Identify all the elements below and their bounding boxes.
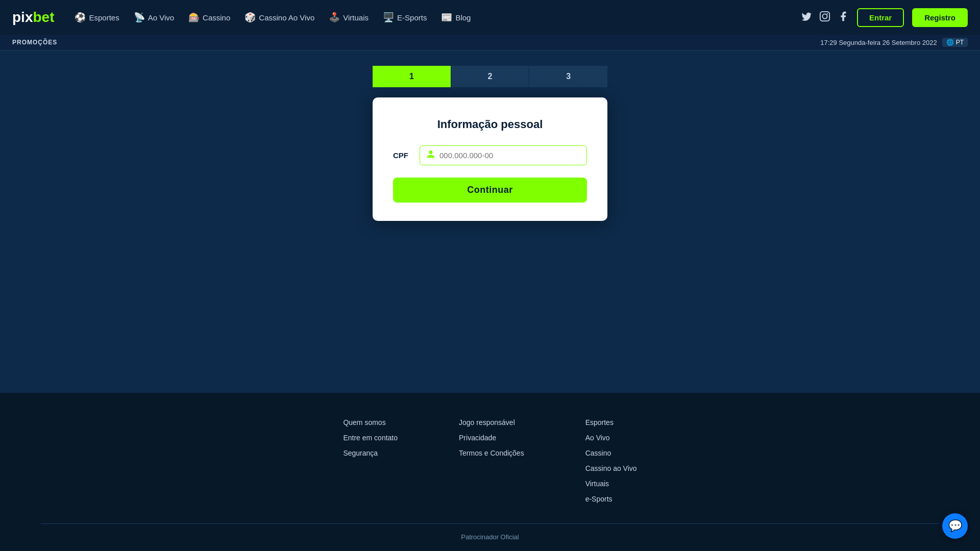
- registration-form-card: Informação pessoal CPF Continuar: [373, 97, 607, 221]
- virtuais-icon: 🕹️: [329, 12, 340, 23]
- cpf-input-wrapper: [420, 145, 587, 165]
- nav-right: Entrar Registro: [801, 8, 968, 27]
- nav-label-e-sports: E-Sports: [397, 13, 427, 22]
- nav-label-ao-vivo: Ao Vivo: [148, 13, 174, 22]
- footer-link-seguranca[interactable]: Segurança: [343, 449, 398, 457]
- footer-link-privacidade[interactable]: Privacidade: [459, 434, 524, 442]
- cpf-label: CPF: [393, 151, 411, 160]
- blog-icon: 📰: [441, 12, 452, 23]
- datetime-text: 17:29 Segunda-feira 26 Setembro 2022: [820, 39, 937, 46]
- social-icons: [801, 11, 849, 24]
- step-tabs: 1 2 3: [373, 66, 607, 87]
- footer-link-jogo-responsavel[interactable]: Jogo responsável: [459, 418, 524, 427]
- promo-label: PROMOÇÕES: [12, 39, 57, 46]
- promo-bar: PROMOÇÕES 17:29 Segunda-feira 26 Setembr…: [0, 35, 980, 51]
- logo-pix: pix: [12, 9, 33, 26]
- footer-link-cassino-ao-vivo[interactable]: Cassino ao Vivo: [585, 464, 637, 472]
- cpf-row: CPF: [393, 145, 587, 165]
- logo[interactable]: pixbet: [12, 9, 54, 26]
- continuar-button[interactable]: Continuar: [393, 178, 587, 203]
- navbar: pixbet ⚽ Esportes 📡 Ao Vivo 🎰 Cassino 🎲 …: [0, 0, 980, 35]
- cassino-ao-vivo-icon: 🎲: [244, 12, 256, 23]
- svg-point-2: [827, 13, 828, 14]
- instagram-icon[interactable]: [819, 11, 830, 24]
- e-sports-icon: 🖥️: [383, 12, 394, 23]
- nav-item-virtuais[interactable]: 🕹️ Virtuais: [323, 8, 375, 27]
- svg-point-1: [822, 14, 827, 18]
- nav-label-cassino: Cassino: [203, 13, 230, 22]
- nav-item-esportes[interactable]: ⚽ Esportes: [68, 8, 125, 27]
- footer-link-virtuais[interactable]: Virtuais: [585, 480, 637, 488]
- step-tab-1[interactable]: 1: [373, 66, 451, 87]
- nav-item-blog[interactable]: 📰 Blog: [435, 8, 477, 27]
- footer-cols: Quem somos Entre em contato Segurança Jo…: [41, 418, 939, 503]
- lang-badge[interactable]: 🌐 PT: [942, 38, 968, 47]
- footer-bottom: Patrocinador Oficial: [41, 523, 939, 541]
- main-content: 1 2 3 Informação pessoal CPF Continuar: [0, 51, 980, 393]
- nav-label-cassino-ao-vivo: Cassino Ao Vivo: [259, 13, 314, 22]
- footer-link-quem-somos[interactable]: Quem somos: [343, 418, 398, 427]
- nav-item-e-sports[interactable]: 🖥️ E-Sports: [377, 8, 433, 27]
- datetime-lang: 17:29 Segunda-feira 26 Setembro 2022 🌐 P…: [820, 38, 968, 47]
- user-icon: [426, 149, 435, 161]
- footer-col-1: Quem somos Entre em contato Segurança: [343, 418, 398, 503]
- footer-link-esportes[interactable]: Esportes: [585, 418, 637, 427]
- lang-label: PT: [956, 39, 964, 46]
- step-tab-2[interactable]: 2: [451, 66, 529, 87]
- footer-col-3: Esportes Ao Vivo Cassino Cassino ao Vivo…: [585, 418, 637, 503]
- svg-rect-0: [820, 11, 829, 20]
- logo-bet: bet: [33, 9, 54, 26]
- nav-label-virtuais: Virtuais: [343, 13, 369, 22]
- nav-links: ⚽ Esportes 📡 Ao Vivo 🎰 Cassino 🎲 Cassino…: [68, 8, 797, 27]
- ao-vivo-icon: 📡: [134, 12, 145, 23]
- step-tab-3[interactable]: 3: [529, 66, 607, 87]
- chat-bubble[interactable]: 💬: [942, 513, 968, 539]
- footer-link-e-sports[interactable]: e-Sports: [585, 495, 637, 503]
- entrar-button[interactable]: Entrar: [857, 8, 904, 27]
- cpf-input[interactable]: [439, 146, 580, 165]
- footer-link-entre-em-contato[interactable]: Entre em contato: [343, 434, 398, 442]
- footer-link-cassino[interactable]: Cassino: [585, 449, 637, 457]
- facebook-icon[interactable]: [838, 11, 849, 24]
- patrocinador-label: Patrocinador Oficial: [461, 533, 519, 541]
- footer-col-2: Jogo responsável Privacidade Termos e Co…: [459, 418, 524, 503]
- footer-link-ao-vivo[interactable]: Ao Vivo: [585, 434, 637, 442]
- form-title: Informação pessoal: [393, 118, 587, 131]
- registro-button[interactable]: Registro: [912, 8, 968, 27]
- nav-item-cassino-ao-vivo[interactable]: 🎲 Cassino Ao Vivo: [238, 8, 321, 27]
- nav-item-cassino[interactable]: 🎰 Cassino: [182, 8, 236, 27]
- footer: Quem somos Entre em contato Segurança Jo…: [0, 393, 980, 551]
- nav-label-esportes: Esportes: [89, 13, 119, 22]
- twitter-icon[interactable]: [801, 11, 812, 24]
- nav-item-ao-vivo[interactable]: 📡 Ao Vivo: [128, 8, 180, 27]
- cassino-icon: 🎰: [188, 12, 200, 23]
- footer-link-termos[interactable]: Termos e Condições: [459, 449, 524, 457]
- nav-label-blog: Blog: [455, 13, 471, 22]
- esportes-icon: ⚽: [75, 12, 86, 23]
